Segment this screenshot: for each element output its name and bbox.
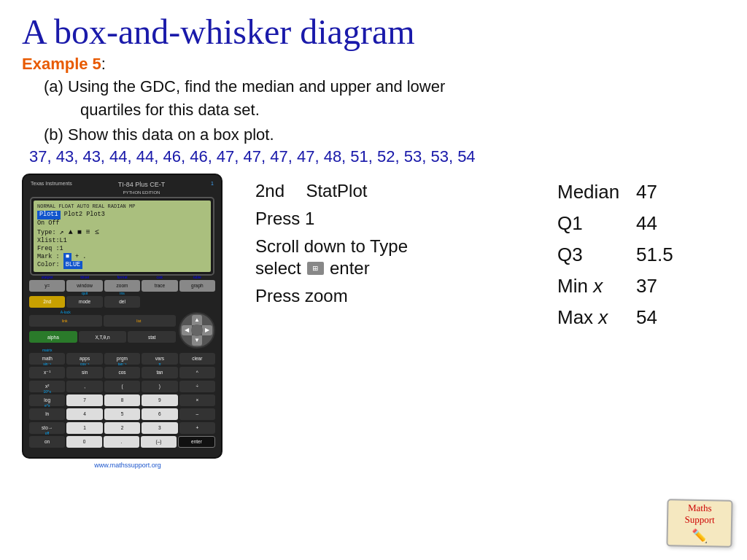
stats-panel: Median 47 Q1 44 Q3 51.5 Min x 37 Max x 5… [550, 174, 725, 468]
calc-row-zero: offon 0 . (–) enter [29, 436, 215, 448]
instr-2nd-text: 2nd [255, 181, 285, 201]
btn-add[interactable]: + [179, 422, 215, 434]
content-area: Texas Instruments TI-84 Plus CE-TPYTHON … [22, 174, 725, 468]
btn-cos[interactable]: tan⁻¹cos [104, 367, 140, 378]
btn-open[interactable]: , [66, 381, 102, 392]
btn-1[interactable]: 1 [66, 422, 102, 434]
dpad: ▲ ▼ ◀ ▶ [179, 312, 215, 349]
btn-2[interactable]: 2 [104, 422, 140, 434]
btn-stat-plot[interactable]: statploty= [29, 280, 65, 292]
min-label: Min x [557, 275, 630, 298]
spacer2 [179, 296, 215, 308]
median-value: 47 [636, 181, 657, 203]
calc-row-log: 10^xlog 7 8 9 × [29, 394, 215, 406]
btn-clear[interactable]: clear [179, 353, 215, 365]
btn-format[interactable]: formatzoom [104, 280, 140, 292]
btn-3[interactable]: 3 [142, 422, 177, 434]
dpad-center[interactable] [191, 324, 203, 336]
btn-close-brace[interactable]: ) [142, 381, 177, 392]
btn-close-paren[interactable]: ( [104, 381, 140, 392]
screen-header: NORMAL FLOAT AUTO REAL RADIAN MP [37, 203, 207, 209]
example-colon: : [101, 55, 106, 73]
calculator: Texas Instruments TI-84 Plus CE-TPYTHON … [22, 174, 222, 458]
btn-6[interactable]: 6 [142, 408, 177, 420]
logo-text: Maths Support [684, 502, 715, 526]
stat-median: Median 47 [557, 181, 725, 203]
instr-press-zoom: Press zoom [255, 286, 550, 306]
max-x-italic: x [598, 306, 608, 328]
btn-mul[interactable]: × [179, 394, 215, 406]
btn-9[interactable]: 9 [142, 394, 177, 406]
calc-row-alock: A-locklink list [29, 315, 176, 327]
q3-label: Q3 [557, 244, 630, 266]
calc-row-top: statploty= tblsetwindow formatzoom calct… [29, 280, 215, 292]
btn-on[interactable]: offon [29, 436, 65, 448]
q1-label: Q1 [557, 212, 630, 235]
btn-list[interactable]: list [104, 315, 177, 327]
instr-scroll-text: Scroll down to Type [255, 236, 408, 257]
btn-power[interactable]: ^ [179, 367, 215, 378]
btn-0[interactable]: 0 [66, 436, 102, 448]
btn-div[interactable]: ÷ [179, 381, 215, 392]
btn-neg[interactable]: (–) [141, 436, 177, 448]
stat-min: Min x 37 [557, 275, 725, 298]
dpad-down[interactable]: ▼ [192, 335, 202, 346]
brand-center: TI-84 Plus CE-TPYTHON EDITION [72, 181, 211, 195]
spacer1 [142, 296, 177, 308]
btn-tblset[interactable]: tblsetwindow [66, 280, 102, 292]
btn-7[interactable]: 7 [66, 394, 102, 406]
calc-screen: NORMAL FLOAT AUTO REAL RADIAN MP Plot1 P… [34, 201, 211, 271]
calc-brand: Texas Instruments TI-84 Plus CE-TPYTHON … [28, 179, 217, 195]
btn-ln[interactable]: e^xln [29, 408, 65, 420]
screen-outer: NORMAL FLOAT AUTO REAL RADIAN MP Plot1 P… [30, 197, 214, 275]
instr-select-text: select ⊞ enter [255, 258, 370, 279]
brand-right: 1 [211, 181, 214, 186]
part-b: (b) Show this data on a box plot. [44, 123, 725, 147]
dataset: 37, 43, 43, 44, 44, 46, 46, 47, 47, 47, … [29, 147, 725, 166]
btn-mode[interactable]: quitmode [66, 296, 102, 308]
btn-sin[interactable]: cos⁻¹sin [66, 367, 102, 378]
btn-2nd[interactable]: 2nd [29, 296, 65, 308]
btn-8[interactable]: 8 [104, 394, 140, 406]
calc-row-sto: sto→ 1 2 3 + [29, 422, 215, 434]
instr-statplot-text: StatPlot [306, 181, 367, 201]
brand-left: Texas Instruments [31, 181, 72, 186]
min-x-italic: x [593, 275, 603, 297]
box-icon: ⊞ [307, 262, 324, 275]
page-title: A box-and-whisker diagram [22, 13, 725, 52]
btn-5[interactable]: 5 [104, 408, 140, 420]
instr-scroll: Scroll down to Type select ⊞ enter [255, 236, 550, 279]
min-value: 37 [636, 275, 657, 298]
max-value: 54 [636, 306, 657, 329]
btn-xinv[interactable]: sin⁻¹x⁻¹ [29, 367, 65, 378]
calc-row-2nd: 2nd quitmode insdel [29, 296, 215, 308]
instr-2nd-statplot: 2nd StatPlot [255, 181, 550, 201]
btn-calc[interactable]: calctrace [142, 280, 177, 292]
part-a: (a) Using the GDC, find the median and u… [44, 75, 725, 122]
left-panel: 2nd StatPlot Press 1 Scroll down to Type… [233, 174, 550, 468]
btn-stat[interactable]: stat [128, 331, 176, 343]
btn-table[interactable]: tablegraph [179, 280, 215, 292]
example-label: Example 5 [22, 55, 101, 73]
btn-del[interactable]: insdel [104, 296, 140, 308]
btn-xt[interactable]: X,T,θ,n [79, 331, 127, 343]
max-label: Max x [557, 306, 630, 329]
btn-tan[interactable]: πtan [142, 367, 177, 378]
median-label: Median [557, 181, 630, 203]
btn-enter[interactable]: enter [178, 436, 215, 448]
btn-dot[interactable]: . [104, 436, 139, 448]
dpad-up[interactable]: ▲ [192, 315, 202, 325]
stat-max: Max x 54 [557, 306, 725, 329]
instr-press-1: Press 1 [255, 209, 550, 229]
btn-alock[interactable]: A-locklink [29, 315, 102, 327]
btn-alpha[interactable]: alpha [29, 331, 77, 343]
q3-value: 51.5 [636, 244, 673, 266]
dpad-left[interactable]: ◀ [182, 325, 192, 335]
calc-row-alpha: alpha X,T,θ,n stat [29, 331, 176, 343]
calc-buttons: statploty= tblsetwindow formatzoom calct… [28, 280, 217, 448]
dpad-right[interactable]: ▶ [202, 325, 212, 335]
btn-sub[interactable]: – [179, 408, 215, 420]
calculator-wrap: Texas Instruments TI-84 Plus CE-TPYTHON … [22, 174, 233, 468]
dpad-circle: ▲ ▼ ◀ ▶ [179, 312, 215, 349]
btn-4[interactable]: 4 [66, 408, 102, 420]
